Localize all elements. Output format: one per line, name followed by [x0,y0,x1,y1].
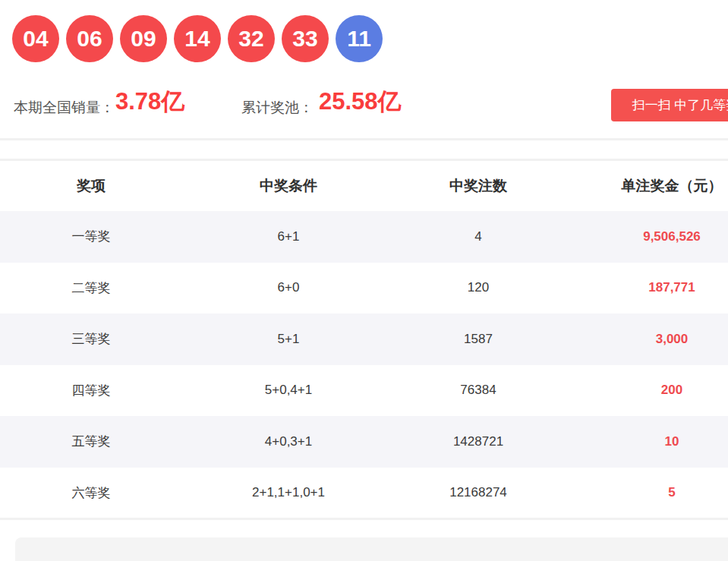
lottery-ball-red: 06 [66,15,113,62]
prize-tier: 一等奖 [0,228,182,245]
table-row: 一等奖 6+1 4 9,506,526 [0,211,728,263]
table-row: 二等奖 6+0 120 187,771 [0,263,728,314]
prize-tier: 四等奖 [0,382,182,399]
pool-label: 累计奖池： [241,98,314,118]
lottery-ball-red: 32 [228,15,275,62]
table-row: 四等奖 5+0,4+1 76384 200 [0,365,728,417]
win-condition: 4+0,3+1 [182,434,395,449]
winner-count: 76384 [395,383,562,398]
header-prize-per-bet: 单注奖金（元） [562,176,728,196]
prize-amount: 5 [562,485,728,500]
prize-table: 奖项 中奖条件 中奖注数 单注奖金（元） 一等奖 6+1 4 9,506,526… [0,161,728,518]
win-condition: 2+1,1+1,0+1 [182,485,395,500]
separator-line [0,138,728,140]
win-condition: 5+1 [182,332,395,347]
prize-tier: 六等奖 [0,484,182,502]
sales-value: 3.78亿 [115,86,184,118]
sales-label: 本期全国销量： [14,98,115,118]
header-prize-tier: 奖项 [0,176,182,196]
prize-amount: 187,771 [562,280,728,295]
winner-count: 12168274 [395,485,562,500]
prize-tier: 二等奖 [0,279,182,297]
win-condition: 5+0,4+1 [182,383,395,398]
table-row: 五等奖 4+0,3+1 1428721 10 [0,416,728,468]
table-row: 三等奖 5+1 1587 3,000 [0,314,728,365]
table-row: 六等奖 2+1,1+1,0+1 12168274 5 [0,468,728,519]
prize-tier: 三等奖 [0,330,182,348]
prize-tier: 五等奖 [0,433,182,450]
winner-count: 120 [395,280,562,295]
prize-amount: 3,000 [562,332,728,347]
header-win-condition: 中奖条件 [182,176,395,196]
footer-panel [15,537,728,561]
lottery-ball-red: 09 [120,15,167,62]
lottery-ball-blue: 11 [336,15,383,62]
separator-line [0,518,728,520]
prize-amount: 200 [562,383,728,398]
winner-count: 1587 [395,332,562,347]
lottery-ball-red: 33 [282,15,329,62]
header-winner-count: 中奖注数 [395,176,562,196]
lottery-ball-red: 14 [174,15,221,62]
pool-value: 25.58亿 [319,86,402,118]
scan-check-prize-button[interactable]: 扫一扫 中了几等奖 [611,89,728,121]
win-condition: 6+1 [182,229,395,244]
win-condition: 6+0 [182,280,395,295]
page: { "draw": { "balls": [ {"num": "04", "ty… [0,0,728,561]
winner-count: 1428721 [395,434,562,449]
lottery-ball-red: 04 [12,15,59,62]
prize-table-header: 奖项 中奖条件 中奖注数 单注奖金（元） [0,161,728,211]
drawn-numbers-row: 04 06 09 14 32 33 11 [12,15,383,62]
winner-count: 4 [395,229,562,244]
prize-amount: 9,506,526 [562,229,728,244]
prize-amount: 10 [562,434,728,449]
